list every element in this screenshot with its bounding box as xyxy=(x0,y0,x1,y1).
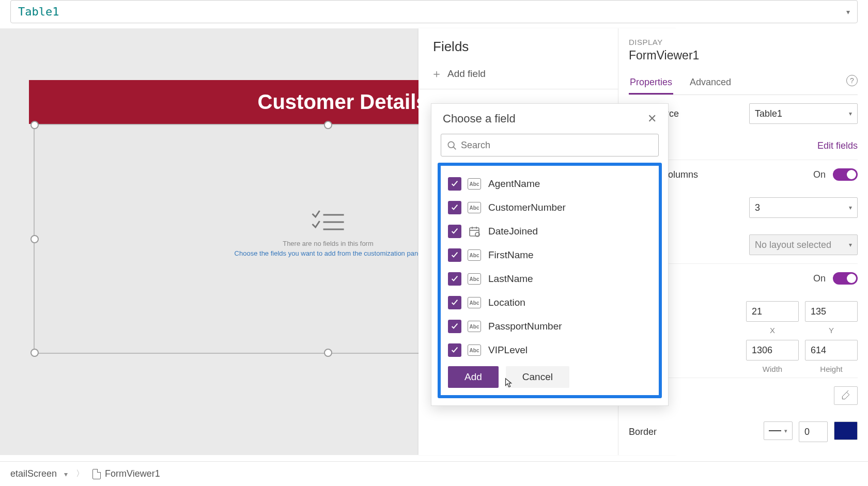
resize-handle-tc[interactable] xyxy=(324,121,332,129)
label-border: Border xyxy=(629,427,764,437)
input-border-width[interactable]: 0 xyxy=(799,421,828,442)
svg-point-3 xyxy=(448,142,454,148)
cancel-button[interactable]: Cancel xyxy=(506,366,569,388)
toggle-snap[interactable] xyxy=(833,168,858,181)
fields-title: Fields xyxy=(433,39,469,55)
search-input[interactable] xyxy=(441,134,659,156)
field-label: CustomerNumber xyxy=(488,202,566,213)
input-width[interactable]: 1306 xyxy=(746,340,799,360)
field-list: Abc AgentName Abc CustomerNumber DateJoi… xyxy=(438,163,662,398)
checkbox[interactable] xyxy=(448,248,461,262)
checkbox[interactable] xyxy=(448,296,461,309)
pane-eyebrow: DISPLAY xyxy=(629,38,858,46)
add-field-label: Add field xyxy=(447,68,486,80)
text-type-icon: Abc xyxy=(468,202,481,213)
field-item-location[interactable]: Abc Location xyxy=(445,291,655,315)
text-type-icon: Abc xyxy=(468,273,481,285)
checklist-icon xyxy=(310,208,346,233)
checkbox[interactable] xyxy=(448,343,461,357)
checkbox[interactable] xyxy=(448,201,461,214)
close-icon[interactable]: ✕ xyxy=(647,112,657,126)
sub-y: Y xyxy=(805,326,858,335)
border-color-swatch[interactable] xyxy=(834,421,858,440)
breadcrumb-label: etailScreen xyxy=(10,468,57,479)
field-item-firstname[interactable]: Abc FirstName xyxy=(445,243,655,267)
plus-icon: ＋ xyxy=(431,66,442,82)
date-type-icon xyxy=(468,226,481,237)
resize-handle-bl[interactable] xyxy=(30,349,39,357)
select-data-source[interactable]: Table1 xyxy=(749,103,858,124)
text-type-icon: Abc xyxy=(468,249,481,261)
breadcrumb: etailScreen ▾ 〉 FormViewer1 xyxy=(0,461,868,486)
breadcrumb-label: FormViewer1 xyxy=(105,468,160,479)
selected-object-name: FormViewer1 xyxy=(629,49,858,62)
field-label: DateJoined xyxy=(488,226,538,237)
search-field[interactable] xyxy=(461,140,653,151)
checkbox[interactable] xyxy=(448,272,461,286)
empty-msg-1: There are no fields in this form xyxy=(235,240,422,247)
field-item-passportnumber[interactable]: Abc PassportNumber xyxy=(445,315,655,338)
document-icon xyxy=(92,469,101,479)
edit-fields-link[interactable]: Edit fields xyxy=(817,140,858,151)
text-type-icon: Abc xyxy=(468,297,481,308)
text-type-icon: Abc xyxy=(468,344,481,356)
svg-rect-5 xyxy=(470,228,479,236)
field-item-viplevel[interactable]: Abc VIPLevel xyxy=(445,338,655,362)
resize-handle-bc[interactable] xyxy=(324,349,332,357)
checkbox[interactable] xyxy=(448,320,461,333)
field-item-agentname[interactable]: Abc AgentName xyxy=(445,172,655,196)
formula-bar[interactable]: Table1 ▾ xyxy=(10,0,858,23)
breadcrumb-seg-1[interactable]: etailScreen ▾ xyxy=(5,468,73,479)
field-label: Location xyxy=(488,297,525,308)
chevron-down-icon[interactable]: ▾ xyxy=(846,8,850,16)
form-empty-placeholder: There are no fields in this form Choose … xyxy=(235,208,422,257)
field-item-datejoined[interactable]: DateJoined xyxy=(445,220,655,243)
breadcrumb-seg-2[interactable]: FormViewer1 xyxy=(87,468,165,479)
field-item-customernumber[interactable]: Abc CustomerNumber xyxy=(445,196,655,220)
text-type-icon: Abc xyxy=(468,321,481,332)
sub-width: Width xyxy=(746,365,799,373)
page-title: Customer Details xyxy=(258,90,428,114)
text-type-icon: Abc xyxy=(468,178,481,190)
sub-height: Height xyxy=(805,365,858,373)
empty-msg-2[interactable]: Choose the fields you want to add from t… xyxy=(235,249,422,257)
field-label: FirstName xyxy=(488,249,534,261)
toggle-state: On xyxy=(813,169,826,180)
props-tabs: Properties Advanced xyxy=(629,73,858,95)
checkbox[interactable] xyxy=(448,177,461,191)
field-item-lastname[interactable]: Abc LastName xyxy=(445,267,655,291)
resize-handle-ml[interactable] xyxy=(30,235,39,243)
search-icon xyxy=(446,140,457,150)
input-height[interactable]: 614 xyxy=(805,340,858,360)
choose-title: Choose a field xyxy=(443,112,516,126)
select-layout[interactable]: No layout selected xyxy=(749,234,858,255)
field-label: VIPLevel xyxy=(488,344,528,356)
toggle-visible[interactable] xyxy=(833,272,858,285)
sub-x: X xyxy=(746,326,799,335)
checkbox[interactable] xyxy=(448,225,461,238)
breadcrumb-separator: 〉 xyxy=(73,468,87,479)
input-pos-x[interactable]: 21 xyxy=(746,301,799,322)
help-icon[interactable]: ? xyxy=(846,75,858,86)
resize-handle-tl[interactable] xyxy=(30,121,39,129)
svg-line-4 xyxy=(453,147,456,149)
field-label: PassportNumber xyxy=(488,321,562,332)
input-pos-y[interactable]: 135 xyxy=(805,301,858,322)
add-button[interactable]: Add xyxy=(448,366,499,388)
tab-advanced[interactable]: Advanced xyxy=(689,73,732,95)
color-picker[interactable] xyxy=(834,386,858,405)
choose-field-popup: Choose a field ✕ Abc AgentName Abc Custo… xyxy=(431,103,669,406)
field-label: LastName xyxy=(488,273,533,285)
select-border-style[interactable] xyxy=(764,421,793,440)
tab-properties[interactable]: Properties xyxy=(629,73,673,95)
formula-value: Table1 xyxy=(18,5,59,18)
field-label: AgentName xyxy=(488,178,540,190)
toggle-state: On xyxy=(813,273,826,284)
chevron-down-icon[interactable]: ▾ xyxy=(64,470,68,478)
select-columns[interactable]: 3 xyxy=(749,197,858,218)
